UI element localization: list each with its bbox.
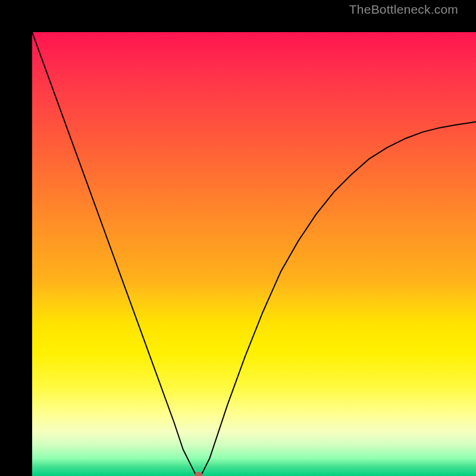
watermark-text: TheBottleneck.com xyxy=(349,2,458,17)
chart-frame xyxy=(0,0,476,476)
bottleneck-curve xyxy=(32,32,476,476)
minimum-point-marker xyxy=(195,472,203,476)
chart-svg xyxy=(32,32,476,476)
plot-area xyxy=(32,32,476,476)
